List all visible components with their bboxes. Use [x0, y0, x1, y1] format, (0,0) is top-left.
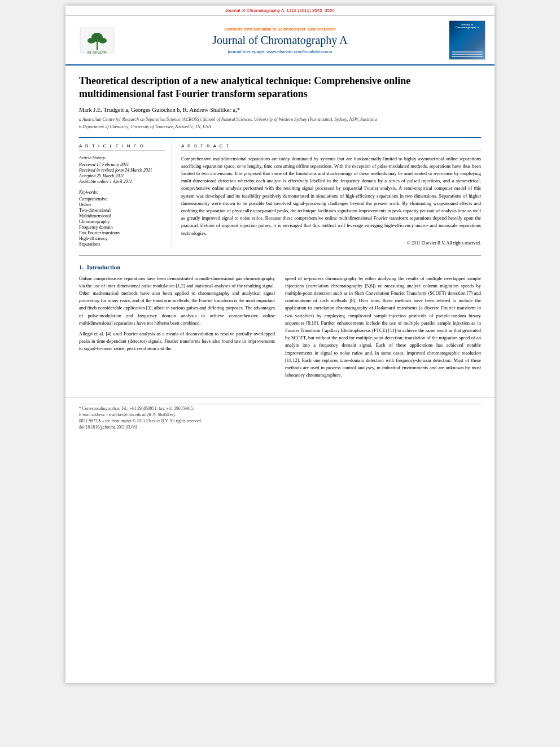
article-page: Journal of Chromatography A, 1218 (2011)… [65, 6, 495, 683]
authors-text: Mark J.E. Trudgett a, Georges Guiochon b… [79, 107, 240, 113]
article-info-abstract: A R T I C L E I N F O Article history: R… [79, 137, 481, 247]
cover-text: Journal ofChromatography A [452, 23, 483, 29]
keywords-label: Keywords: [79, 190, 165, 195]
cover-image-area: Journal ofChromatography A [440, 20, 485, 60]
accepted-date: Accepted 25 March 2011 [79, 173, 165, 178]
cover-decoration [452, 51, 483, 57]
article-title: Theoretical description of a new analyti… [79, 75, 481, 101]
history-label: Article history: [79, 155, 165, 160]
article-info-heading: A R T I C L E I N F O [79, 143, 165, 151]
keyword-8: High-efficiency [79, 236, 165, 241]
article-content: Theoretical description of a new analyti… [65, 65, 495, 391]
received-date: Received 17 February 2011 [79, 162, 165, 167]
intro-columns: Online comprehensive separations have be… [79, 275, 481, 382]
email-line: E-mail address: r.shalliker@uws.edu.au (… [79, 412, 481, 417]
abstract-text: Comprehensive multidimensional separatio… [181, 155, 481, 237]
footer-divider [79, 404, 481, 404]
intro-heading: 1. Introduction [79, 264, 481, 270]
abstract-heading: A B S T R A C T [181, 143, 481, 151]
article-history: Article history: Received 17 February 20… [79, 155, 165, 184]
keyword-1: Comprehensive [79, 196, 165, 202]
affiliation-1: a Australian Centre for Research on Sepa… [79, 116, 481, 123]
intro-title: Introduction [87, 264, 121, 270]
sciencedirect-link: Contents lists available at ScienceDirec… [120, 27, 440, 32]
keyword-3: Two-dimensional [79, 208, 165, 213]
keywords-block: Keywords: Comprehensive Online Two-dimen… [79, 190, 165, 247]
intro-para-1: Online comprehensive separations have be… [79, 275, 275, 327]
homepage-label-text: journal homepage: [228, 49, 267, 54]
logo-area: ELSEVIER [75, 25, 120, 56]
article-info-col: A R T I C L E I N F O Article history: R… [79, 143, 172, 247]
keyword-4: Multidimensional [79, 213, 165, 219]
keyword-2: Online [79, 202, 165, 207]
introduction-section: 1. Introduction Online comprehensive sep… [79, 255, 481, 382]
abstract-col: A B S T R A C T Comprehensive multidimen… [181, 143, 481, 247]
elsevier-logo-icon: ELSEVIER [77, 25, 117, 56]
corresponding-author: * Corresponding author. Tel.: +61 296859… [79, 406, 481, 411]
article-footer: * Corresponding author. Tel.: +61 296859… [65, 397, 495, 435]
doi-line: doi:10.1016/j.chroma.2011.03.061 [79, 425, 481, 430]
keyword-9: Separations [79, 242, 165, 247]
journal-header-center: Contents lists available at ScienceDirec… [120, 27, 440, 54]
authors-line: Mark J.E. Trudgett a, Georges Guiochon b… [79, 107, 481, 113]
journal-header: ELSEVIER Contents lists available at Sci… [65, 16, 495, 65]
intro-number: 1. [79, 264, 84, 270]
journal-homepage: journal homepage: www.elsevier.com/locat… [120, 49, 440, 54]
intro-para-3: speed of in-process chromatography by ei… [285, 275, 481, 379]
svg-text:ELSEVIER: ELSEVIER [88, 51, 107, 55]
available-online-date: Available online 1 April 2011 [79, 179, 165, 184]
intro-col-2: speed of in-process chromatography by ei… [285, 275, 481, 382]
received-revised-date: Received in revised form 24 March 2011 [79, 168, 165, 173]
homepage-url: www.elsevier.com/locate/chroma [266, 49, 332, 54]
affiliation-2: b Department of Chemistry, University of… [79, 124, 481, 130]
journal-citation: Journal of Chromatography A, 1218 (2011)… [225, 8, 335, 13]
journal-title: Journal of Chromatography A [120, 34, 440, 47]
journal-citation-bar: Journal of Chromatography A, 1218 (2011)… [65, 6, 495, 16]
affiliations: a Australian Centre for Research on Sepa… [79, 116, 481, 130]
contents-available-text: Contents lists available at ScienceDirec… [224, 27, 305, 32]
sciencedirect-brand: ScienceDirect [308, 27, 336, 32]
intro-col-1: Online comprehensive separations have be… [79, 275, 275, 382]
copyright-notice: © 2011 Elsevier B.V. All rights reserved… [181, 241, 481, 246]
svg-point-3 [88, 38, 95, 43]
keyword-6: Frequency domain [79, 225, 165, 230]
keyword-7: Fast Fourier transform [79, 230, 165, 235]
keyword-5: Chromatography [79, 219, 165, 224]
svg-point-4 [99, 38, 107, 43]
issn-line: 0021-9673/$ – see front matter © 2011 El… [79, 418, 481, 423]
intro-para-2: Allegri et al. [4] used Fourier analysis… [79, 330, 275, 353]
journal-cover-image: Journal ofChromatography A [449, 20, 485, 60]
